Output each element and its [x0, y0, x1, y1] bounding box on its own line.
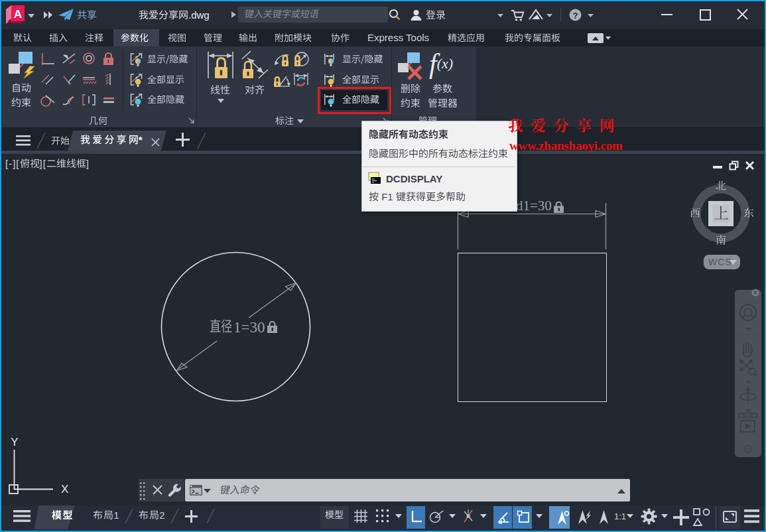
svg-text:A: A	[14, 8, 22, 21]
svg-text:Y: Y	[11, 436, 18, 448]
svg-text:?: ?	[573, 11, 578, 21]
svg-text:X: X	[61, 483, 68, 496]
